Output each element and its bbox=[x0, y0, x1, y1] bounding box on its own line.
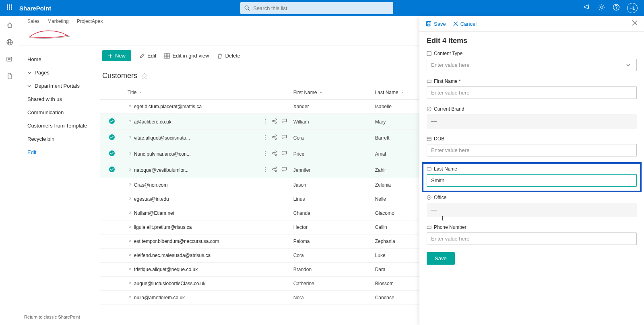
row-selector[interactable] bbox=[100, 206, 124, 220]
panel-close-icon[interactable] bbox=[632, 20, 638, 27]
megaphone-icon[interactable] bbox=[584, 4, 591, 12]
return-classic-link[interactable]: Return to classic SharePoint bbox=[19, 309, 100, 325]
row-selector[interactable] bbox=[100, 263, 124, 277]
row-selector[interactable] bbox=[100, 178, 124, 192]
title-text[interactable]: Nunc.pulvinar.arcu@con... bbox=[134, 151, 191, 157]
input-first-name[interactable] bbox=[427, 86, 637, 99]
title-text[interactable]: natoque@vestibulumlor... bbox=[134, 167, 189, 173]
cell-first: Nora bbox=[290, 291, 372, 305]
brand-label[interactable]: SharePoint bbox=[19, 5, 51, 12]
row-selector[interactable] bbox=[100, 162, 124, 178]
value-office[interactable]: — bbox=[427, 203, 637, 217]
share-icon[interactable] bbox=[272, 134, 277, 141]
title-text[interactable]: ligula.elit.pretium@risus.ca bbox=[134, 224, 192, 230]
nav-recycle-bin[interactable]: Recycle bin bbox=[19, 132, 100, 146]
row-selector[interactable] bbox=[100, 249, 124, 263]
input-dob[interactable] bbox=[427, 144, 637, 156]
more-icon[interactable]: ⋮ bbox=[263, 167, 268, 173]
col-select[interactable] bbox=[100, 86, 124, 100]
title-text[interactable]: nulla@ametlorem.co.uk bbox=[134, 295, 185, 300]
title-text[interactable]: a@aclibero.co.uk bbox=[134, 119, 171, 125]
share-icon[interactable] bbox=[272, 167, 277, 173]
nav-edit[interactable]: Edit bbox=[19, 146, 100, 159]
row-selector[interactable] bbox=[100, 277, 124, 291]
field-current-brand: Current Brand — bbox=[427, 106, 637, 129]
panel-cancel-button[interactable]: Cancel bbox=[453, 21, 477, 27]
link-icon bbox=[128, 168, 132, 172]
title-text[interactable]: est.tempor.bibendum@neccursusa.com bbox=[134, 239, 219, 244]
title-text[interactable]: egestas@in.edu bbox=[134, 196, 169, 202]
more-icon[interactable]: ⋮ bbox=[263, 150, 268, 157]
title-text[interactable]: Nullam@Etiam.net bbox=[134, 210, 174, 216]
svg-rect-4 bbox=[9, 6, 10, 8]
globe-icon[interactable] bbox=[6, 39, 13, 47]
files-icon[interactable] bbox=[6, 72, 13, 81]
share-icon[interactable] bbox=[272, 118, 277, 125]
input-last-name[interactable] bbox=[427, 174, 637, 187]
grid-icon bbox=[164, 53, 170, 59]
row-selector[interactable] bbox=[100, 114, 124, 130]
svg-rect-6 bbox=[7, 8, 8, 10]
gear-icon[interactable] bbox=[598, 4, 605, 12]
svg-rect-45 bbox=[427, 22, 431, 26]
row-selector[interactable] bbox=[100, 291, 124, 305]
comment-icon[interactable] bbox=[281, 167, 287, 173]
title-text[interactable]: eget.dictum.placerat@mattis.ca bbox=[134, 104, 202, 109]
cell-first: William bbox=[290, 114, 372, 130]
title-text[interactable]: tristique.aliquet@neque.co.uk bbox=[134, 267, 198, 272]
label-dob: DOB bbox=[427, 136, 637, 142]
help-icon[interactable] bbox=[613, 4, 620, 12]
app-launcher-icon[interactable] bbox=[0, 4, 19, 12]
comment-icon[interactable] bbox=[281, 134, 287, 141]
input-content-type[interactable] bbox=[427, 59, 637, 71]
panel-save-button[interactable]: Save bbox=[426, 21, 446, 27]
svg-point-26 bbox=[275, 119, 277, 120]
nav-shared-with-us[interactable]: Shared with us bbox=[19, 93, 100, 106]
row-selector[interactable] bbox=[100, 146, 124, 162]
share-icon[interactable] bbox=[272, 150, 277, 157]
news-icon[interactable] bbox=[6, 56, 13, 64]
user-avatar[interactable]: HL bbox=[627, 3, 638, 13]
hub-link-sales[interactable]: Sales bbox=[27, 19, 39, 24]
search-input[interactable] bbox=[253, 5, 389, 11]
title-text[interactable]: Cras@non.com bbox=[134, 182, 168, 188]
title-text[interactable]: eleifend.nec.malesuada@atrisus.ca bbox=[134, 253, 211, 258]
edit-panel: Save Cancel Edit 4 items Content Type Fi… bbox=[419, 16, 644, 325]
row-selector[interactable] bbox=[100, 220, 124, 234]
delete-button[interactable]: Delete bbox=[217, 53, 240, 59]
nav-communication[interactable]: Communication bbox=[19, 106, 100, 119]
nav-customers-from-template[interactable]: Customers from Template bbox=[19, 119, 100, 132]
row-selector[interactable] bbox=[100, 130, 124, 146]
star-icon[interactable] bbox=[141, 73, 148, 79]
col-title[interactable]: Title bbox=[124, 86, 290, 100]
svg-point-13 bbox=[616, 8, 616, 9]
edit-grid-button[interactable]: Edit in grid view bbox=[164, 53, 209, 59]
save-button[interactable]: Save bbox=[427, 252, 455, 265]
site-logo[interactable] bbox=[27, 26, 72, 41]
cell-title: nulla@ametlorem.co.uk bbox=[124, 291, 290, 305]
new-button[interactable]: New bbox=[102, 50, 131, 61]
more-icon[interactable]: ⋮ bbox=[263, 134, 268, 141]
row-selector[interactable] bbox=[100, 100, 124, 114]
search-box[interactable] bbox=[240, 2, 393, 14]
svg-point-43 bbox=[275, 170, 277, 172]
row-selector[interactable] bbox=[100, 192, 124, 206]
more-icon[interactable]: ⋮ bbox=[263, 118, 268, 125]
title-text[interactable]: vitae.aliquet@sociisnato... bbox=[134, 135, 190, 141]
comment-icon[interactable] bbox=[281, 150, 287, 157]
home-icon[interactable] bbox=[6, 22, 13, 31]
nav-pages[interactable]: Pages bbox=[19, 66, 100, 79]
nav-department-portals[interactable]: Department Portals bbox=[19, 79, 100, 93]
input-phone[interactable] bbox=[427, 232, 637, 245]
col-first-name[interactable]: First Name bbox=[290, 86, 372, 100]
hub-link-marketing[interactable]: Marketing bbox=[47, 19, 69, 24]
edit-button[interactable]: Edit bbox=[139, 53, 156, 59]
value-current-brand[interactable]: — bbox=[427, 114, 637, 129]
cell-title: Nunc.pulvinar.arcu@con...⋮ bbox=[124, 146, 290, 162]
title-text[interactable]: augue@luctuslobortisClass.co.uk bbox=[134, 281, 206, 286]
svg-rect-51 bbox=[427, 137, 431, 141]
row-selector[interactable] bbox=[100, 234, 124, 249]
hub-link-projectapex[interactable]: ProjectApex bbox=[77, 19, 103, 24]
nav-home[interactable]: Home bbox=[19, 53, 100, 66]
comment-icon[interactable] bbox=[281, 118, 287, 125]
